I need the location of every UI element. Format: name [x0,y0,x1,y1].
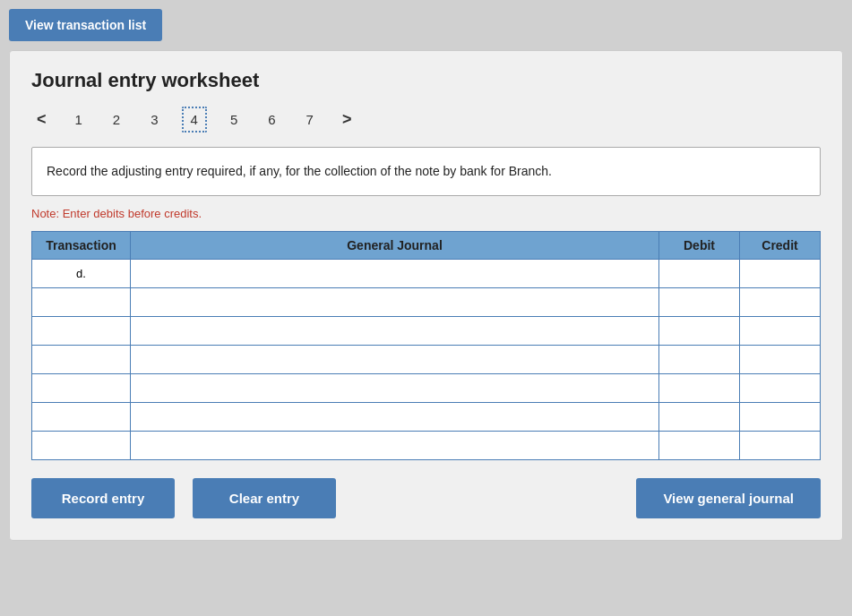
cell-transaction-1 [32,288,131,317]
cell-journal-3[interactable] [131,346,659,374]
cell-debit-5[interactable] [659,403,740,432]
table-row [32,288,821,317]
cell-transaction-4 [32,374,131,403]
cell-journal-4[interactable] [131,374,659,403]
cell-credit-6[interactable] [740,432,821,460]
page-6[interactable]: 6 [261,108,282,131]
cell-credit-5[interactable] [740,403,821,432]
cell-journal-1[interactable] [131,288,659,317]
cell-debit-1[interactable] [659,288,740,317]
table-row [32,317,821,346]
cell-debit-4[interactable] [659,374,740,403]
page-7[interactable]: 7 [299,108,321,131]
input-debit-3[interactable] [659,346,739,373]
clear-entry-button[interactable]: Clear entry [193,478,336,518]
table-header-row: Transaction General Journal Debit Credit [32,232,821,260]
table-row: d. [32,260,821,288]
cell-journal-2[interactable] [131,317,659,346]
cell-debit-6[interactable] [659,432,740,460]
th-general-journal: General Journal [131,232,659,260]
cell-credit-0[interactable] [740,260,821,288]
input-journal-3[interactable] [131,346,658,373]
input-credit-4[interactable] [740,374,820,402]
cell-debit-3[interactable] [659,346,740,374]
page-2[interactable]: 2 [106,108,127,131]
page-1[interactable]: 1 [68,108,90,131]
cell-debit-2[interactable] [659,317,740,346]
page-4-active[interactable]: 4 [182,107,207,133]
pagination-next-arrow[interactable]: > [337,108,357,131]
th-transaction: Transaction [32,232,131,260]
view-transaction-list-button[interactable]: View transaction list [9,9,162,41]
input-journal-0[interactable] [131,260,658,287]
page-5[interactable]: 5 [223,108,245,131]
instructions-text: Record the adjusting entry required, if … [47,164,552,178]
pagination: < 1 2 3 4 5 6 7 > [31,107,821,133]
cell-credit-1[interactable] [740,288,821,317]
journal-table: Transaction General Journal Debit Credit… [31,231,821,460]
input-journal-6[interactable] [131,432,658,459]
main-panel: Journal entry worksheet < 1 2 3 4 5 6 7 … [9,50,843,541]
cell-journal-5[interactable] [131,403,659,432]
cell-transaction-2 [32,317,131,346]
instructions-box: Record the adjusting entry required, if … [31,147,821,196]
cell-debit-0[interactable] [659,260,740,288]
input-credit-5[interactable] [740,403,820,431]
input-debit-4[interactable] [659,374,739,402]
cell-transaction-3 [32,346,131,374]
input-journal-2[interactable] [131,317,658,345]
view-general-journal-button[interactable]: View general journal [636,478,821,518]
cell-journal-6[interactable] [131,432,659,460]
cell-credit-2[interactable] [740,317,821,346]
cell-credit-4[interactable] [740,374,821,403]
input-credit-0[interactable] [740,260,820,287]
input-debit-1[interactable] [659,288,739,316]
table-row [32,346,821,374]
cell-journal-0[interactable] [131,260,659,288]
input-credit-2[interactable] [740,317,820,345]
input-debit-2[interactable] [659,317,739,345]
th-credit: Credit [740,232,821,260]
cell-transaction-0: d. [32,260,131,288]
th-debit: Debit [659,232,740,260]
input-credit-3[interactable] [740,346,820,373]
table-row [32,374,821,403]
input-debit-6[interactable] [659,432,739,459]
input-credit-1[interactable] [740,288,820,316]
input-debit-5[interactable] [659,403,739,431]
bottom-buttons: Record entry Clear entry View general jo… [31,478,821,518]
top-bar: View transaction list [9,9,843,41]
input-journal-4[interactable] [131,374,658,402]
cell-transaction-5 [32,403,131,432]
table-row [32,432,821,460]
page-3[interactable]: 3 [143,108,165,131]
cell-credit-3[interactable] [740,346,821,374]
record-entry-button[interactable]: Record entry [31,478,175,518]
panel-title: Journal entry worksheet [31,69,821,92]
pagination-prev-arrow[interactable]: < [31,108,52,131]
cell-transaction-6 [32,432,131,460]
input-credit-6[interactable] [740,432,820,459]
table-row [32,403,821,432]
input-journal-1[interactable] [131,288,658,316]
note-text: Note: Enter debits before credits. [31,207,821,220]
input-journal-5[interactable] [131,403,658,431]
input-debit-0[interactable] [659,260,739,287]
